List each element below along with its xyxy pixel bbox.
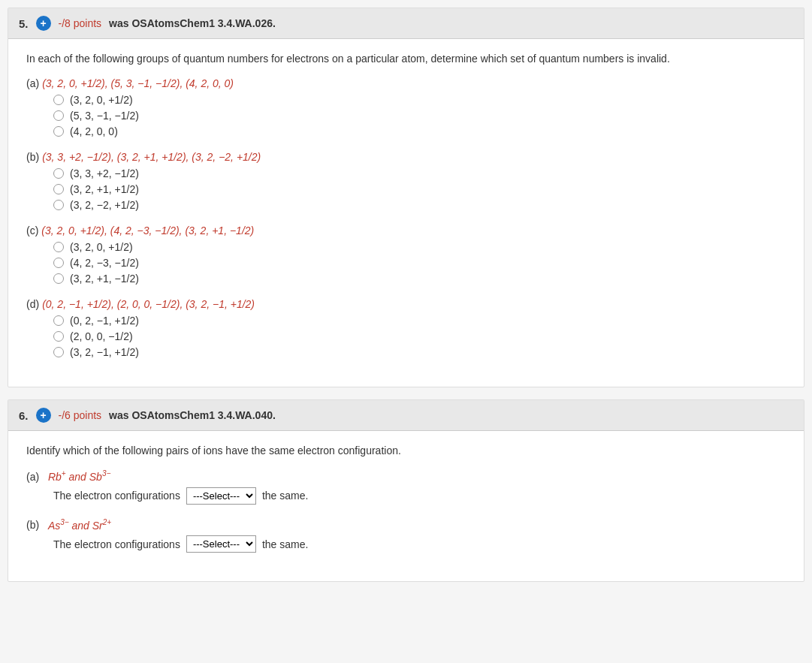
- part-6a-select[interactable]: ---Select--- are are not: [186, 487, 256, 505]
- choice-b-2: (3, 2, +1, +1/2): [53, 183, 786, 195]
- part-6b-select[interactable]: ---Select--- are are not: [186, 535, 256, 553]
- part-6a-prefix: The electron configurations: [53, 490, 180, 502]
- radio-d-3[interactable]: [53, 347, 64, 357]
- part-c-header: (c) (3, 2, 0, +1/2), (4, 2, −3, −1/2), (…: [26, 225, 786, 237]
- part-c-values: (3, 2, 0, +1/2), (4, 2, −3, −1/2), (3, 2…: [41, 225, 254, 237]
- part-6a-answer-line: The electron configurations ---Select---…: [53, 487, 786, 505]
- choice-d-1: (0, 2, −1, +1/2): [53, 315, 786, 327]
- part-b-values: (3, 3, +2, −1/2), (3, 2, +1, +1/2), (3, …: [42, 151, 261, 163]
- choice-a-3-text: (4, 2, 0, 0): [70, 125, 118, 137]
- choice-b-3-text: (3, 2, −2, +1/2): [70, 199, 139, 211]
- part-c-choices: (3, 2, 0, +1/2) (4, 2, −3, −1/2) (3, 2, …: [53, 241, 786, 285]
- part-b-header: (b) (3, 3, +2, −1/2), (3, 2, +1, +1/2), …: [26, 151, 786, 163]
- radio-a-2[interactable]: [53, 110, 64, 121]
- choice-b-2-text: (3, 2, +1, +1/2): [70, 183, 139, 195]
- choice-a-2: (5, 3, −1, −1/2): [53, 110, 786, 122]
- part-6b-suffix: the same.: [262, 538, 308, 550]
- part-c-letter: (c): [26, 225, 38, 237]
- question-6-block: 6. + -/6 points was OSAtomsChem1 3.4.WA.…: [8, 399, 804, 582]
- question-5-body: In each of the following groups of quant…: [8, 39, 804, 387]
- page-container: 5. + -/8 points was OSAtomsChem1 3.4.WA.…: [0, 0, 812, 601]
- choice-b-1: (3, 3, +2, −1/2): [53, 167, 786, 179]
- radio-a-3[interactable]: [53, 126, 64, 137]
- part-d-values: (0, 2, −1, +1/2), (2, 0, 0, −1/2), (3, 2…: [42, 298, 255, 310]
- question-5-part-a: (a) (3, 2, 0, +1/2), (5, 3, −1, −1/2), (…: [26, 77, 786, 137]
- part-6b-header: (b) As3− and Sr2+: [26, 518, 786, 532]
- part-6b-prefix: The electron configurations: [53, 538, 180, 550]
- question-5-part-b: (b) (3, 3, +2, −1/2), (3, 2, +1, +1/2), …: [26, 151, 786, 211]
- question-6-title: was OSAtomsChem1 3.4.WA.040.: [109, 409, 276, 421]
- radio-c-3[interactable]: [53, 273, 64, 284]
- part-d-header: (d) (0, 2, −1, +1/2), (2, 0, 0, −1/2), (…: [26, 298, 786, 310]
- choice-c-2: (4, 2, −3, −1/2): [53, 257, 786, 269]
- radio-d-2[interactable]: [53, 331, 64, 342]
- part-6a-ion1: Rb+ and Sb3−: [48, 469, 110, 483]
- choice-d-2-text: (2, 0, 0, −1/2): [70, 330, 133, 342]
- part-6b-letter: (b): [26, 519, 45, 531]
- choice-c-1-text: (3, 2, 0, +1/2): [70, 241, 133, 253]
- part-6a-header: (a) Rb+ and Sb3−: [26, 469, 786, 483]
- question-6-points-icon[interactable]: +: [36, 408, 51, 423]
- question-5-part-c: (c) (3, 2, 0, +1/2), (4, 2, −3, −1/2), (…: [26, 225, 786, 285]
- part-a-letter: (a): [26, 77, 39, 89]
- choice-b-3: (3, 2, −2, +1/2): [53, 199, 786, 211]
- choice-d-3-text: (3, 2, −1, +1/2): [70, 346, 139, 358]
- part-b-choices: (3, 3, +2, −1/2) (3, 2, +1, +1/2) (3, 2,…: [53, 167, 786, 211]
- part-a-choices: (3, 2, 0, +1/2) (5, 3, −1, −1/2) (4, 2, …: [53, 94, 786, 137]
- question-5-title: was OSAtomsChem1 3.4.WA.026.: [109, 17, 276, 29]
- question-6-points: -/6 points: [59, 409, 102, 421]
- question-6-number: 6.: [19, 409, 29, 422]
- choice-a-2-text: (5, 3, −1, −1/2): [70, 110, 139, 122]
- part-a-values: (3, 2, 0, +1/2), (5, 3, −1, −1/2), (4, 2…: [42, 77, 234, 89]
- part-b-letter: (b): [26, 151, 39, 163]
- choice-c-3-text: (3, 2, +1, −1/2): [70, 273, 139, 285]
- part-d-choices: (0, 2, −1, +1/2) (2, 0, 0, −1/2) (3, 2, …: [53, 315, 786, 358]
- question-5-number: 5.: [19, 17, 29, 30]
- part-6a-suffix: the same.: [262, 490, 308, 502]
- radio-b-3[interactable]: [53, 200, 64, 210]
- question-5-points: -/8 points: [59, 17, 102, 29]
- question-5-part-d: (d) (0, 2, −1, +1/2), (2, 0, 0, −1/2), (…: [26, 298, 786, 358]
- radio-b-1[interactable]: [53, 168, 64, 179]
- choice-b-1-text: (3, 3, +2, −1/2): [70, 167, 139, 179]
- choice-c-3: (3, 2, +1, −1/2): [53, 273, 786, 285]
- choice-c-1: (3, 2, 0, +1/2): [53, 241, 786, 253]
- question-6-header: 6. + -/6 points was OSAtomsChem1 3.4.WA.…: [8, 400, 804, 431]
- question-5-header: 5. + -/8 points was OSAtomsChem1 3.4.WA.…: [8, 8, 804, 39]
- radio-b-2[interactable]: [53, 184, 64, 194]
- choice-a-3: (4, 2, 0, 0): [53, 125, 786, 137]
- choice-d-1-text: (0, 2, −1, +1/2): [70, 315, 139, 327]
- part-6b-ion1: As3− and Sr2+: [48, 518, 111, 532]
- part-a-header: (a) (3, 2, 0, +1/2), (5, 3, −1, −1/2), (…: [26, 77, 786, 89]
- choice-a-1-text: (3, 2, 0, +1/2): [70, 94, 133, 106]
- question-5-intro: In each of the following groups of quant…: [26, 51, 786, 67]
- question-6-part-a: (a) Rb+ and Sb3− The electron configurat…: [26, 469, 786, 505]
- radio-d-1[interactable]: [53, 315, 64, 326]
- part-6b-answer-line: The electron configurations ---Select---…: [53, 535, 786, 553]
- question-5-points-icon[interactable]: +: [36, 16, 51, 31]
- radio-c-1[interactable]: [53, 242, 64, 252]
- choice-a-1: (3, 2, 0, +1/2): [53, 94, 786, 106]
- question-5-block: 5. + -/8 points was OSAtomsChem1 3.4.WA.…: [8, 8, 804, 387]
- question-6-body: Identify which of the following pairs of…: [8, 431, 804, 581]
- part-6a-letter: (a): [26, 471, 45, 483]
- choice-c-2-text: (4, 2, −3, −1/2): [70, 257, 139, 269]
- question-6-part-b: (b) As3− and Sr2+ The electron configura…: [26, 518, 786, 553]
- question-6-intro: Identify which of the following pairs of…: [26, 443, 786, 459]
- radio-c-2[interactable]: [53, 258, 64, 268]
- radio-a-1[interactable]: [53, 95, 64, 105]
- choice-d-3: (3, 2, −1, +1/2): [53, 346, 786, 358]
- part-d-letter: (d): [26, 298, 39, 310]
- choice-d-2: (2, 0, 0, −1/2): [53, 330, 786, 342]
